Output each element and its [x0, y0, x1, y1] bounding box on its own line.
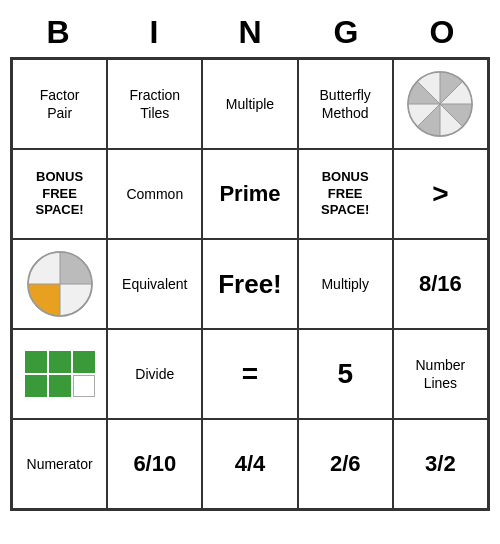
cell-r2c3: Prime	[202, 149, 297, 239]
cell-r1c2: FractionTiles	[107, 59, 202, 149]
cell-r4c3-text: =	[242, 358, 258, 390]
cell-r1c4: ButterflyMethod	[298, 59, 393, 149]
cell-r3c2-text: Equivalent	[122, 275, 187, 293]
cell-r5c5: 3/2	[393, 419, 488, 509]
header-g: G	[298, 10, 394, 55]
cell-r4c2: Divide	[107, 329, 202, 419]
cell-r2c3-text: Prime	[219, 181, 280, 207]
cell-r3c4-text: Multiply	[321, 275, 368, 293]
cell-r5c1: Numerator	[12, 419, 107, 509]
cell-r2c2: Common	[107, 149, 202, 239]
cell-r3c2: Equivalent	[107, 239, 202, 329]
header-i: I	[106, 10, 202, 55]
cell-r1c2-text: FractionTiles	[130, 86, 181, 122]
cell-r4c5: NumberLines	[393, 329, 488, 419]
cell-r1c5	[393, 59, 488, 149]
cell-r1c3: Multiple	[202, 59, 297, 149]
cell-r3c1	[12, 239, 107, 329]
cell-r5c4-text: 2/6	[330, 451, 361, 477]
cell-r5c1-text: Numerator	[27, 455, 93, 473]
cell-r2c1: BONUSFREESPACE!	[12, 149, 107, 239]
cell-r4c2-text: Divide	[135, 365, 174, 383]
cell-r4c4: 5	[298, 329, 393, 419]
cell-r1c1: FactorPair	[12, 59, 107, 149]
cell-r3c3: Free!	[202, 239, 297, 329]
bingo-card: B I N G O FactorPair FractionTiles Multi…	[10, 10, 490, 511]
butterfly-pie-icon	[405, 69, 475, 139]
cell-r3c5-text: 8/16	[419, 271, 462, 297]
bingo-header: B I N G O	[10, 10, 490, 55]
green-cell-5	[49, 375, 71, 397]
cell-r5c5-text: 3/2	[425, 451, 456, 477]
cell-r4c5-text: NumberLines	[415, 356, 465, 392]
cell-r4c4-text: 5	[337, 358, 353, 390]
green-cell-3	[73, 351, 95, 373]
header-b: B	[10, 10, 106, 55]
green-cell-1	[25, 351, 47, 373]
cell-r5c2-text: 6/10	[133, 451, 176, 477]
cell-r4c1	[12, 329, 107, 419]
cell-r2c2-text: Common	[126, 185, 183, 203]
green-cell-4	[25, 375, 47, 397]
cell-r2c1-text: BONUSFREESPACE!	[36, 169, 84, 220]
green-cell-6	[73, 375, 95, 397]
cell-r5c3-text: 4/4	[235, 451, 266, 477]
cell-r1c1-text: FactorPair	[40, 86, 80, 122]
cell-r5c4: 2/6	[298, 419, 393, 509]
cell-r1c3-text: Multiple	[226, 95, 274, 113]
green-grid-icon	[25, 351, 95, 397]
cell-r3c3-text: Free!	[218, 269, 282, 300]
cell-r2c4: BONUSFREESPACE!	[298, 149, 393, 239]
cell-r5c2: 6/10	[107, 419, 202, 509]
green-cell-2	[49, 351, 71, 373]
cell-r4c3: =	[202, 329, 297, 419]
bingo-grid: FactorPair FractionTiles Multiple Butter…	[10, 57, 490, 511]
cell-r2c5-text: >	[432, 178, 448, 210]
cell-r2c4-text: BONUSFREESPACE!	[321, 169, 369, 220]
cell-r3c4: Multiply	[298, 239, 393, 329]
cell-r1c4-text: ButterflyMethod	[320, 86, 371, 122]
cell-r2c5: >	[393, 149, 488, 239]
fraction-pie-icon	[25, 249, 95, 319]
header-n: N	[202, 10, 298, 55]
header-o: O	[394, 10, 490, 55]
cell-r5c3: 4/4	[202, 419, 297, 509]
cell-r3c5: 8/16	[393, 239, 488, 329]
